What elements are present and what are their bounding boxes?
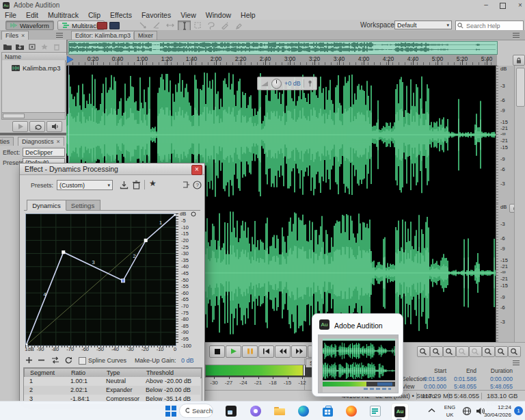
transport-skip-to-start-button[interactable] xyxy=(258,345,274,358)
loop-playback-button[interactable] xyxy=(29,121,45,132)
delete-button[interactable] xyxy=(52,41,62,50)
zoom-to-out-point-button[interactable] xyxy=(495,346,508,357)
scrollbar-thumb[interactable] xyxy=(3,114,25,118)
tool-slip-tool[interactable] xyxy=(164,21,176,29)
clock[interactable]: 12:24 30/04/2026 xyxy=(479,404,511,419)
tab-diagnostics[interactable]: Diagnostics × xyxy=(18,137,64,146)
save-preset-icon[interactable] xyxy=(120,181,129,189)
effect-dropdown[interactable]: DeClipper xyxy=(23,148,65,157)
close-icon[interactable]: × xyxy=(57,139,60,144)
start-button[interactable] xyxy=(163,403,179,419)
taskbar-icon-photos-app[interactable] xyxy=(223,403,239,419)
preview-screenshot[interactable] xyxy=(318,334,399,393)
sv-value[interactable]: 0:00.000 xyxy=(483,376,513,382)
transport-fast-forward-button[interactable] xyxy=(291,345,307,358)
auto-play-button[interactable] xyxy=(46,121,62,132)
levels-meter[interactable] xyxy=(205,365,314,378)
close-icon[interactable]: × xyxy=(21,33,25,38)
tab-settings[interactable]: Settings xyxy=(65,200,100,211)
remove-point-icon[interactable] xyxy=(38,356,45,364)
workspace-dropdown[interactable]: Default ▾ xyxy=(394,21,452,29)
sv-value[interactable]: 0:01.586 xyxy=(416,376,446,382)
transport-play-button[interactable] xyxy=(226,345,241,358)
delete-preset-icon[interactable] xyxy=(133,181,140,189)
hud-gain-value[interactable]: +0 dB xyxy=(284,80,301,87)
spline-curves-checkbox[interactable] xyxy=(79,357,86,365)
menu-file[interactable]: File xyxy=(0,11,21,20)
menu-multitrack[interactable]: Multitrack xyxy=(43,11,83,20)
open-file-button[interactable] xyxy=(3,41,13,50)
gain-knob[interactable] xyxy=(271,79,282,89)
volume-hud[interactable]: +0 dB xyxy=(257,77,317,90)
zoom-out-button[interactable] xyxy=(430,346,443,357)
tool-spot-healing-brush-tool[interactable] xyxy=(232,21,244,29)
menu-help[interactable]: Help xyxy=(236,11,260,20)
taskbar-preview-card[interactable]: Au Adobe Audition xyxy=(312,313,403,397)
scrollbar-thumb[interactable] xyxy=(516,68,525,107)
tool-move-tool[interactable] xyxy=(137,21,148,29)
favorite-star-icon[interactable]: ★ xyxy=(149,179,157,188)
vertical-scrollbar[interactable] xyxy=(514,66,525,342)
dialog-title-bar[interactable]: Effect - Dynamics Processing xyxy=(20,163,204,175)
zoom-in-button[interactable] xyxy=(417,346,430,357)
waveform-view-button[interactable]: Waveform xyxy=(5,21,54,30)
ruler-options-button[interactable] xyxy=(513,55,525,66)
tool-marquee-selection-tool[interactable] xyxy=(191,21,203,29)
menu-favorites[interactable]: Favorites xyxy=(137,11,176,20)
taskbar-search[interactable]: Search xyxy=(179,404,213,418)
overview-navigator[interactable] xyxy=(68,41,498,55)
menu-edit[interactable]: Edit xyxy=(21,11,43,20)
help-icon[interactable]: ? xyxy=(193,181,202,189)
tab-dynamics[interactable]: Dynamics xyxy=(27,200,66,211)
taskbar-icon-chat-app[interactable] xyxy=(247,403,264,419)
play-preview-button[interactable] xyxy=(12,121,28,132)
taskbar-icon-file-explorer[interactable] xyxy=(271,403,288,419)
menu-effects[interactable]: Effects xyxy=(105,11,137,20)
time-ruler[interactable]: 0:200:401:001:201:402:002:202:403:003:20… xyxy=(66,55,497,66)
search-input[interactable] xyxy=(465,21,524,30)
makeup-gain-value[interactable]: 0 dB xyxy=(181,357,194,364)
tool-paintbrush-tool[interactable] xyxy=(219,21,230,29)
transport-pause-button[interactable] xyxy=(242,345,258,358)
taskbar-icon-document-app[interactable] xyxy=(367,403,383,419)
selection-panel-menu-icon[interactable] xyxy=(513,360,520,365)
transport-stop-button[interactable] xyxy=(209,345,225,358)
sv-value[interactable]: 0:00.000 xyxy=(416,383,446,390)
zoom-to-in-point-button[interactable] xyxy=(482,346,495,357)
taskbar-icon-adobe-audition[interactable]: Au xyxy=(391,403,409,420)
menu-clip[interactable]: Clip xyxy=(83,11,105,20)
zoom-in-vertical-button[interactable] xyxy=(456,346,469,357)
tool-time-selection-tool[interactable] xyxy=(178,21,191,31)
notification-badge[interactable]: 1 xyxy=(514,406,523,415)
tab-files[interactable]: Files × xyxy=(1,31,29,40)
tab-mixer[interactable]: Mixer xyxy=(134,31,157,40)
tray-chevron-icon[interactable] xyxy=(428,408,435,413)
taskbar-icon-edge-browser[interactable] xyxy=(295,403,312,419)
playhead-marker-icon[interactable] xyxy=(67,56,75,63)
file-item-kalimba[interactable]: Kalimba.mp3 xyxy=(12,64,60,72)
zoom-out-vertical-button[interactable] xyxy=(469,346,482,357)
table-row[interactable]: 11.00:1NeutralAbove -20.00 dB xyxy=(24,377,200,386)
transport-rewind-button[interactable] xyxy=(275,345,291,358)
pin-icon[interactable] xyxy=(307,80,313,87)
menu-view[interactable]: View xyxy=(176,11,201,20)
table-row[interactable]: 22.02:1ExpanderBelow -20.00 dB xyxy=(24,386,200,395)
add-point-icon[interactable] xyxy=(25,356,33,364)
routing-options-icon[interactable] xyxy=(182,181,191,189)
dialog-presets-dropdown[interactable]: (Custom) ▾ xyxy=(57,180,113,190)
import-file-button[interactable] xyxy=(15,41,25,50)
help-search-box[interactable] xyxy=(455,21,524,31)
favorites-button[interactable] xyxy=(40,41,50,50)
close-icon[interactable]: × xyxy=(515,1,525,10)
minimize-icon[interactable]: – xyxy=(481,1,491,10)
sv-value[interactable]: 5:48.055 xyxy=(483,383,513,390)
red-indicator-icon[interactable] xyxy=(97,22,107,29)
media-button[interactable] xyxy=(27,41,38,50)
dynamics-graph[interactable]: 1234 dB -5-10-15-20-25-30-35-40-45-50-55… xyxy=(24,210,200,346)
sv-value[interactable]: 0:01.586 xyxy=(446,376,476,382)
invert-icon[interactable] xyxy=(51,356,59,364)
sv-value[interactable]: 5:48.055 xyxy=(446,383,476,390)
tab-properties-partial[interactable]: erties xyxy=(0,137,14,146)
menu-window[interactable]: Window xyxy=(201,11,236,20)
taskbar-icon-microsoft-store[interactable] xyxy=(319,403,336,419)
